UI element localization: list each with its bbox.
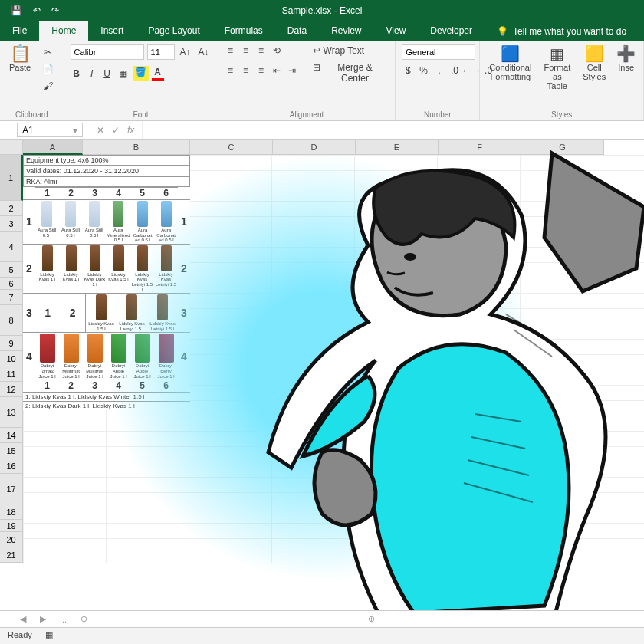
styles-label: Styles — [486, 109, 637, 119]
decrease-font-icon[interactable]: A↓ — [196, 46, 212, 58]
row-header-7[interactable]: 7 — [0, 290, 23, 305]
row-header-13[interactable]: 13 — [0, 397, 23, 428]
insert-cells-button[interactable]: ➕Inse — [615, 44, 637, 74]
enter-formula-icon[interactable]: ✓ — [112, 125, 120, 136]
tab-view[interactable]: View — [374, 21, 419, 41]
row-header-10[interactable]: 10 — [0, 351, 23, 366]
align-left-icon[interactable]: ≡ — [225, 64, 237, 77]
formula-input[interactable] — [143, 121, 644, 139]
product: Dobryi Multifruit Juice 1 l — [83, 333, 107, 380]
row-header-8[interactable]: 8 — [0, 305, 23, 336]
clipboard-label: Clipboard — [6, 109, 58, 119]
sheet-add[interactable]: ⊕ — [77, 614, 90, 624]
cell-styles-button[interactable]: 🟨Cell Styles — [580, 44, 609, 83]
col-num: 5 — [130, 380, 154, 392]
indent-inc-icon[interactable]: ⇥ — [286, 64, 298, 77]
macro-icon[interactable]: ▦ — [45, 630, 53, 639]
italic-button[interactable]: I — [86, 67, 98, 80]
font-name-input[interactable] — [71, 44, 144, 60]
wrap-icon: ↩ — [313, 45, 320, 56]
font-color-button[interactable]: A — [152, 66, 164, 80]
tab-formulas[interactable]: Formulas — [212, 21, 275, 41]
col-header-G[interactable]: G — [521, 140, 604, 155]
sheet-more[interactable]: ... — [57, 615, 70, 624]
col-num: 6 — [154, 380, 178, 392]
comma-icon[interactable]: , — [433, 64, 445, 77]
row-header-5[interactable]: 5 — [0, 262, 23, 278]
row-header-12[interactable]: 12 — [0, 382, 23, 397]
col-header-A[interactable]: A — [23, 140, 83, 155]
row-header-2[interactable]: 2 — [0, 201, 23, 216]
tell-me[interactable]: 💡Tell me what you want to do — [485, 21, 639, 41]
undo-icon[interactable]: ↶ — [33, 5, 41, 16]
currency-icon[interactable]: $ — [402, 64, 414, 77]
row-header-3[interactable]: 3 — [0, 216, 23, 232]
conditional-formatting-button[interactable]: 🟦Conditional Formatting — [486, 44, 534, 83]
align-top-icon[interactable]: ≡ — [225, 44, 237, 57]
col-header-B[interactable]: B — [83, 140, 190, 155]
shelf-3-label: 3 — [23, 294, 35, 332]
col-num: 2 — [59, 187, 83, 199]
merge-center-button[interactable]: ⊟Merge & Center — [310, 61, 389, 84]
row-header-9[interactable]: 9 — [0, 336, 23, 351]
tab-review[interactable]: Review — [319, 21, 373, 41]
tab-home[interactable]: Home — [39, 21, 88, 41]
indent-dec-icon[interactable]: ⇤ — [271, 64, 283, 77]
col-num: 1 — [35, 380, 59, 392]
wrap-text-button[interactable]: ↩Wrap Text — [310, 44, 389, 57]
fill-color-button[interactable]: 🪣 — [133, 66, 149, 80]
align-middle-icon[interactable]: ≡ — [240, 44, 252, 57]
format-painter-icon[interactable]: 🖌 — [40, 80, 56, 92]
fx-icon[interactable]: fx — [127, 125, 134, 136]
col-header-F[interactable]: F — [439, 140, 521, 155]
number-format-select[interactable] — [402, 44, 475, 60]
row-header-17[interactable]: 17 — [0, 474, 23, 504]
tab-developer[interactable]: Developer — [418, 21, 485, 41]
align-right-icon[interactable]: ≡ — [255, 64, 268, 77]
row-header-18[interactable]: 18 — [0, 504, 23, 520]
bold-button[interactable]: B — [71, 67, 83, 80]
tab-data[interactable]: Data — [275, 21, 319, 41]
product: Dobryi Apple Juice 1 l — [107, 333, 130, 380]
font-size-input[interactable] — [147, 44, 175, 60]
tab-insert[interactable]: Insert — [88, 21, 136, 41]
save-icon[interactable]: 💾 — [11, 5, 22, 16]
inc-decimal-icon[interactable]: .0→ — [449, 64, 470, 77]
percent-icon[interactable]: % — [417, 64, 430, 77]
col-header-E[interactable]: E — [356, 140, 439, 155]
tab-file[interactable]: File — [0, 21, 39, 41]
row-header-4[interactable]: 4 — [0, 232, 23, 262]
row-header-1[interactable]: 1 — [0, 155, 23, 201]
orientation-icon[interactable]: ⟲ — [271, 44, 283, 57]
row-header-6[interactable]: 6 — [0, 278, 23, 290]
sheet-add-center[interactable]: ⊕ — [368, 614, 375, 624]
worksheet-grid[interactable]: A B C D E F G 12345678910111213141516171… — [0, 140, 644, 615]
cut-icon[interactable]: ✂ — [40, 46, 56, 58]
copy-icon[interactable]: 📄 — [40, 63, 56, 75]
select-all-corner[interactable] — [0, 140, 23, 155]
format-as-table-button[interactable]: ▦Format as Table — [540, 44, 573, 92]
row-header-20[interactable]: 20 — [0, 532, 23, 547]
row-header-15[interactable]: 15 — [0, 443, 23, 458]
table-icon: ▦ — [550, 46, 565, 61]
align-center-icon[interactable]: ≡ — [240, 64, 252, 77]
paste-button[interactable]: 📋 Paste — [6, 44, 34, 74]
tab-pagelayout[interactable]: Page Layout — [136, 21, 212, 41]
row-header-11[interactable]: 11 — [0, 366, 23, 382]
row-header-16[interactable]: 16 — [0, 458, 23, 474]
row-header-14[interactable]: 14 — [0, 428, 23, 443]
row-header-19[interactable]: 19 — [0, 520, 23, 532]
name-box[interactable]: A1▾ — [17, 123, 83, 137]
underline-button[interactable]: U — [101, 67, 113, 80]
cell-styles-icon: 🟨 — [586, 46, 602, 61]
col-header-C[interactable]: C — [190, 140, 273, 155]
sheet-nav-prev[interactable]: ◀ — [17, 614, 29, 624]
col-header-D[interactable]: D — [273, 140, 356, 155]
cancel-formula-icon[interactable]: ✕ — [97, 125, 104, 136]
increase-font-icon[interactable]: A↑ — [178, 46, 193, 58]
redo-icon[interactable]: ↷ — [51, 5, 59, 16]
align-bottom-icon[interactable]: ≡ — [255, 44, 268, 57]
row-header-21[interactable]: 21 — [0, 547, 23, 563]
sheet-nav-next[interactable]: ▶ — [37, 614, 49, 624]
border-button[interactable]: ▦ — [117, 67, 130, 80]
